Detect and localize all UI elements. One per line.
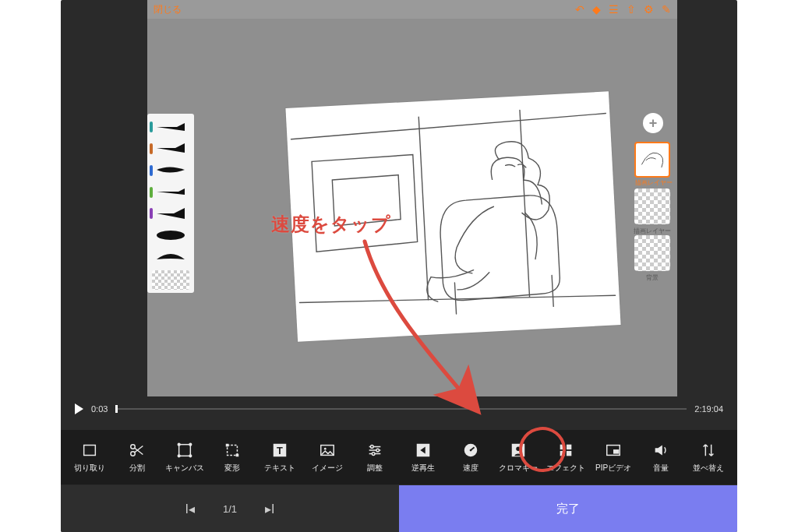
sliders-icon [366, 442, 383, 459]
tool-crop[interactable]: 切り取り [68, 442, 111, 474]
brush-preset-3[interactable] [147, 160, 194, 180]
layers-icon[interactable]: ☰ [609, 4, 619, 15]
time-total: 2:19:04 [694, 404, 723, 414]
tool-effect[interactable]: エフェクト [544, 442, 588, 474]
image-icon [319, 442, 336, 459]
tool-label: 並べ替え [693, 463, 724, 474]
brush-preset-4[interactable] [147, 182, 194, 202]
play-button[interactable] [75, 403, 83, 414]
tool-label: 分割 [129, 463, 145, 474]
effect-icon [557, 442, 574, 459]
svg-rect-3 [179, 444, 191, 456]
brush-icon[interactable]: ✎ [662, 4, 671, 15]
tool-reverse[interactable]: 逆再生 [401, 442, 445, 474]
tool-image[interactable]: イメージ [305, 442, 349, 474]
add-layer-button[interactable]: + [643, 113, 663, 133]
page-nav: I◂ 1/1 ▸I [61, 485, 399, 532]
tool-speed[interactable]: 速度 [449, 442, 493, 474]
reverse-icon [415, 442, 432, 459]
tool-label: 切り取り [74, 463, 105, 474]
svg-text:T: T [277, 444, 283, 456]
svg-rect-23 [560, 444, 565, 449]
brush-preset-6[interactable] [147, 225, 194, 245]
svg-rect-25 [560, 450, 565, 455]
tool-canvas[interactable]: キャンバス [163, 442, 207, 474]
canvas-icon [176, 442, 193, 459]
tool-label: エフェクト [546, 463, 585, 474]
tool-pip[interactable]: PIPビデオ [591, 442, 635, 474]
tool-label: イメージ [312, 463, 343, 474]
layer-label: 背景 [629, 273, 676, 282]
page-indicator: 1/1 [223, 503, 237, 515]
tool-label: 速度 [463, 463, 478, 474]
timeline-track[interactable] [115, 408, 687, 410]
svg-point-22 [516, 446, 521, 451]
layer-label: 描画レイヤー [630, 178, 677, 187]
topbar-icons: ↶ ◆ ☰ ⇧ ⚙ ✎ [575, 4, 671, 15]
svg-rect-24 [567, 444, 571, 449]
svg-point-6 [178, 454, 180, 456]
brush-preset-2[interactable] [147, 139, 194, 158]
brush-checker-row[interactable] [152, 270, 189, 290]
layer-label: 描画レイヤー [629, 227, 676, 235]
svg-point-17 [373, 452, 376, 455]
brush-preset-1[interactable] [147, 117, 194, 136]
tool-label: 逆再生 [411, 463, 435, 474]
svg-point-16 [376, 449, 380, 452]
svg-point-14 [324, 447, 327, 449]
timeline: 0:03 2:19:04 [75, 399, 723, 419]
tool-chroma[interactable]: クロマキー [496, 442, 540, 474]
shape-icon[interactable]: ◆ [592, 4, 601, 15]
pip-icon [605, 442, 622, 459]
bottom-bar: I◂ 1/1 ▸I 完了 [61, 485, 737, 532]
layer-stack: 描画レイヤー 描画レイヤー 背景 [634, 142, 670, 271]
tool-volume[interactable]: 音量 [639, 442, 683, 474]
tool-label: クロマキー [499, 463, 538, 474]
svg-point-5 [189, 443, 192, 446]
svg-rect-10 [236, 453, 239, 456]
svg-point-20 [469, 449, 471, 451]
edit-toolbar: 切り取り 分割 キャンバス 変形 T テキスト イメージ [61, 430, 737, 484]
video-editor-app: 閉じる ↶ ◆ ☰ ⇧ ⚙ ✎ [61, 0, 737, 532]
svg-rect-28 [613, 449, 619, 454]
text-icon: T [271, 442, 288, 459]
tool-text[interactable]: T テキスト [258, 442, 302, 474]
transform-icon [224, 442, 241, 459]
svg-point-2 [130, 451, 135, 456]
tool-reorder[interactable]: 並べ替え [687, 442, 730, 474]
artwork-canvas [285, 91, 620, 341]
tool-label: キャンバス [165, 463, 204, 474]
layer-thumb-2[interactable]: 描画レイヤー [634, 188, 670, 224]
svg-point-1 [130, 444, 135, 449]
layer-thumb-bg[interactable]: 背景 [634, 235, 670, 271]
timeline-handle[interactable] [115, 405, 118, 413]
tool-label: 音量 [653, 463, 669, 474]
tool-label: 調整 [367, 463, 383, 474]
tool-adjust[interactable]: 調整 [353, 442, 397, 474]
svg-rect-8 [228, 445, 238, 455]
scissors-icon [129, 442, 146, 459]
layer-thumb-active[interactable]: 描画レイヤー [634, 142, 670, 178]
drawing-app-topbar: 閉じる ↶ ◆ ☰ ⇧ ⚙ ✎ [147, 0, 677, 19]
brush-preset-5[interactable] [147, 203, 194, 223]
brush-panel[interactable] [147, 114, 194, 293]
sketch-drawing [285, 91, 620, 341]
volume-icon [652, 442, 669, 459]
share-icon[interactable]: ⇧ [627, 4, 636, 15]
svg-point-7 [189, 454, 192, 456]
svg-point-0 [157, 231, 185, 240]
svg-rect-26 [567, 450, 571, 455]
tool-split[interactable]: 分割 [115, 442, 159, 474]
crop-icon [81, 442, 98, 459]
prev-page-button[interactable]: I◂ [185, 502, 195, 516]
tool-transform[interactable]: 変形 [210, 442, 254, 474]
undo-icon[interactable]: ↶ [575, 4, 584, 15]
tool-label: 変形 [224, 463, 240, 474]
close-button[interactable]: 閉じる [154, 3, 182, 16]
settings-icon[interactable]: ⚙ [644, 4, 654, 15]
speedometer-icon [462, 442, 479, 459]
next-page-button[interactable]: ▸I [265, 502, 274, 516]
done-button[interactable]: 完了 [399, 485, 737, 532]
time-current: 0:03 [91, 404, 108, 414]
brush-preset-7[interactable] [147, 247, 194, 266]
